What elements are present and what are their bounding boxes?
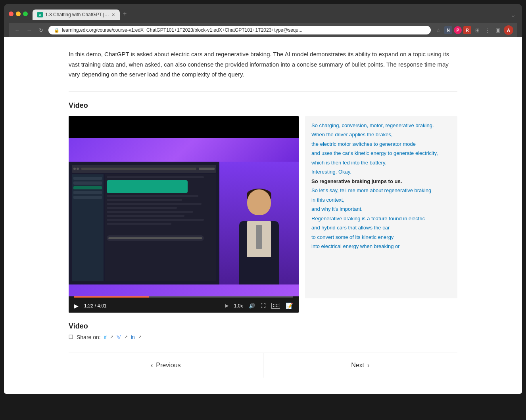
speed-button[interactable]: 1.0x xyxy=(234,303,243,309)
twitter-external-link[interactable]: ↗ xyxy=(110,334,113,340)
transcript-line-8[interactable]: in this context, xyxy=(311,196,451,204)
transcript-line-9[interactable]: and why it's important. xyxy=(311,205,451,213)
tab-close-button[interactable]: ✕ xyxy=(111,12,115,17)
next-arrow: › xyxy=(367,362,369,369)
share-icon: ❐ xyxy=(69,334,73,340)
extension-p-button[interactable]: P xyxy=(454,26,462,34)
transcript-line-0[interactable]: So charging, conversion, motor, regenera… xyxy=(311,122,451,130)
video-purple-header xyxy=(69,138,299,162)
section-divider xyxy=(69,92,457,92)
previous-button[interactable]: ‹ Previous xyxy=(69,353,263,378)
url-text: learning.edx.org/course/course-v1:edX+Ch… xyxy=(62,27,302,33)
share-row: ❐ Share on: 𝕣 ↗ 𝕍 ↗ in ↗ xyxy=(69,334,457,341)
maximize-button[interactable] xyxy=(23,11,28,16)
mock-ui-bar xyxy=(72,165,216,173)
tab-bar: X 1.3 Chatting with ChatGPT | M ✕ + ⌵ xyxy=(33,8,517,20)
video-player-wrapper: ▶ 1:22 / 4:01 ▶ 1.0x 🔊 ⛶ CC 📝 xyxy=(69,116,299,313)
address-bar[interactable]: 🔒 learning.edx.org/course/course-v1:edX+… xyxy=(48,26,431,34)
transcript-line-10[interactable]: Regenerative braking is a feature found … xyxy=(311,215,451,223)
time-display: 1:22 / 4:01 xyxy=(84,303,107,309)
progress-bar-fill xyxy=(74,296,149,298)
transcript-line-13[interactable]: into electrical energy when breaking or xyxy=(311,242,451,250)
close-button[interactable] xyxy=(9,11,13,16)
sidebar-button[interactable]: ▣ xyxy=(493,26,502,34)
minimize-button[interactable] xyxy=(16,11,21,16)
fullscreen-button[interactable]: ⛶ xyxy=(261,303,266,309)
transcript-button[interactable]: 📝 xyxy=(286,302,293,309)
video-presenter xyxy=(219,162,299,284)
presenter-head xyxy=(247,189,271,215)
share-label: Share on: xyxy=(77,334,101,340)
mock-dot-2 xyxy=(77,168,79,170)
video-main-content xyxy=(69,162,299,284)
browser-menu-button[interactable]: ⌵ xyxy=(509,11,517,20)
extension-r-button[interactable]: R xyxy=(463,26,471,34)
back-button[interactable]: ← xyxy=(13,26,21,34)
video-player[interactable]: ▶ 1:22 / 4:01 ▶ 1.0x 🔊 ⛶ CC 📝 xyxy=(69,116,299,313)
twitter-icon[interactable]: 𝕣 xyxy=(104,334,107,341)
security-icon: 🔒 xyxy=(54,28,60,33)
more-button[interactable]: ⋮ xyxy=(483,26,492,34)
video-purple-bottom xyxy=(69,284,299,296)
video-black-top xyxy=(69,116,299,138)
linkedin-icon[interactable]: in xyxy=(131,334,135,340)
transcript-line-5[interactable]: Interesting. Okay. xyxy=(311,168,451,176)
transcript-panel: So charging, conversion, motor, regenera… xyxy=(305,116,457,298)
play-button[interactable]: ▶ xyxy=(74,303,79,309)
cc-button[interactable]: CC xyxy=(271,303,280,309)
forward-button[interactable]: → xyxy=(25,26,33,34)
previous-arrow: ‹ xyxy=(151,362,153,369)
reload-button[interactable]: ↻ xyxy=(36,26,45,34)
tab-favicon: X xyxy=(37,12,43,17)
presenter-figure xyxy=(227,181,291,284)
volume-button[interactable]: 🔊 xyxy=(249,303,255,309)
active-tab[interactable]: X 1.3 Chatting with ChatGPT | M ✕ xyxy=(33,10,120,20)
mock-dot-1 xyxy=(73,168,76,170)
presenter-body xyxy=(239,221,279,284)
traffic-lights xyxy=(9,11,28,16)
transcript-line-2[interactable]: the electric motor switches to generator… xyxy=(311,140,451,148)
facebook-external-link[interactable]: ↗ xyxy=(124,334,128,340)
video-progress-row xyxy=(69,296,299,299)
previous-label: Previous xyxy=(156,362,180,369)
next-button[interactable]: Next › xyxy=(263,353,458,378)
progress-bar[interactable] xyxy=(74,296,293,298)
new-tab-button[interactable]: + xyxy=(120,8,130,20)
speed-indicator: ▶ xyxy=(225,303,228,308)
video-section-label: Video xyxy=(69,101,457,110)
navigation-buttons: ‹ Previous Next › xyxy=(69,353,457,378)
video-container: ▶ 1:22 / 4:01 ▶ 1.0x 🔊 ⛶ CC 📝 xyxy=(69,116,457,313)
linkedin-external-link[interactable]: ↗ xyxy=(138,334,142,340)
mock-chat-area xyxy=(105,174,216,281)
transcript-line-11[interactable]: and hybrid cars that allows the car xyxy=(311,224,451,232)
tab-title: 1.3 Chatting with ChatGPT | M xyxy=(45,12,109,17)
extension-n-button[interactable]: N xyxy=(444,26,452,34)
video-screen-content xyxy=(69,162,219,284)
next-label: Next xyxy=(351,362,364,369)
transcript-line-12[interactable]: to convert some of its kinetic energy xyxy=(311,233,451,241)
transcript-line-1[interactable]: When the driver applies the brakes, xyxy=(311,131,451,139)
video-controls: ▶ 1:22 / 4:01 ▶ 1.0x 🔊 ⛶ CC 📝 xyxy=(69,299,299,313)
transcript-line-6[interactable]: So regenerative braking jumps to us. xyxy=(311,178,451,185)
intro-paragraph: In this demo, ChatGPT is asked about ele… xyxy=(69,49,457,80)
facebook-icon[interactable]: 𝕍 xyxy=(117,334,121,341)
transcript-line-3[interactable]: and uses the car's kinetic energy to gen… xyxy=(311,149,451,157)
video-label-below: Video xyxy=(69,322,457,330)
bookmark-button[interactable]: ☆ xyxy=(434,26,443,34)
extensions-button[interactable]: ⊞ xyxy=(473,26,482,34)
transcript-line-7[interactable]: So let's say, tell me more about regener… xyxy=(311,187,451,195)
profile-avatar[interactable]: A xyxy=(504,25,513,35)
mock-sidebar xyxy=(72,174,104,281)
transcript-line-4[interactable]: which is then fed into the battery. xyxy=(311,159,451,167)
